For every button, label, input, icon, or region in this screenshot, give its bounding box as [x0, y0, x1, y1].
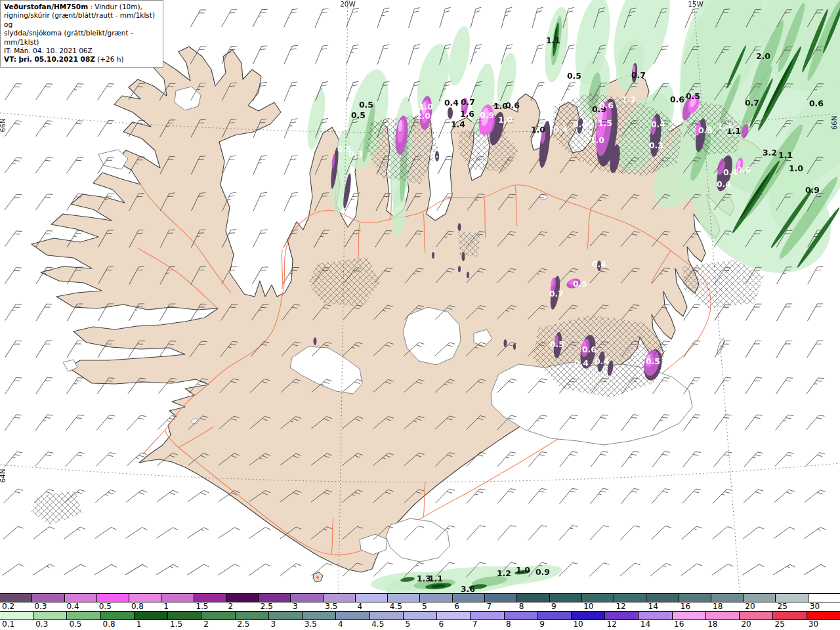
precip-max-label: 0.6: [582, 345, 597, 354]
scale-segment: [168, 612, 201, 620]
scale-segment: [67, 612, 100, 620]
precip-max-label: 0.3: [649, 140, 663, 150]
scale-segment: [101, 612, 135, 620]
scale-tick-label: 1.5: [170, 620, 182, 629]
scale-tick-label: 5: [422, 602, 427, 611]
precip-max-label: 3.2: [763, 148, 777, 158]
precip-max-label: 0.5: [698, 125, 713, 135]
scale-segment: [679, 594, 711, 602]
precip-max-label: 0.9: [805, 185, 820, 195]
scale-segment: [706, 612, 740, 620]
scale-tick-label: 18: [707, 620, 717, 629]
scale-segment: [324, 594, 356, 602]
init-time: IT: Mán. 04. 10. 2021 06Z: [4, 47, 160, 55]
precip-max-label: 0.6: [670, 94, 684, 104]
precip-max-label: 1.0: [419, 102, 433, 112]
scale-tick-label: 16: [674, 620, 684, 629]
precip-max-label: 0.7: [549, 289, 564, 299]
snow-scale-labels: 0.20.30.40.50.811.522.533.544.5567891012…: [0, 602, 840, 611]
scale-segment: [65, 594, 97, 602]
scale-segment: [744, 594, 776, 602]
scale-segment: [673, 612, 706, 620]
precip-max-label: 0.5: [351, 110, 366, 120]
graticule-label: 20W: [340, 0, 356, 8]
precip-max-label: 0.7: [461, 97, 475, 107]
scale-segment: [639, 612, 672, 620]
precip-max-label: 0.4: [717, 179, 731, 189]
iceland-weather-map: 1.10.50.72.00.50.50.70.41.00.60.90.61.61…: [0, 0, 840, 630]
scale-segment: [807, 612, 840, 620]
precip-scales: 0.20.30.40.50.811.522.533.544.5567891012…: [0, 593, 840, 630]
scale-tick-label: 14: [648, 602, 658, 611]
scale-segment: [605, 612, 639, 620]
graticule-label: 15W: [688, 0, 704, 8]
precip-max-label: 1.1: [778, 150, 793, 160]
scale-tick-label: 1.5: [196, 602, 208, 611]
scale-segment: [582, 594, 614, 602]
scale-segment: [161, 594, 194, 602]
title-line-3: slydda/snjókoma (grátt/bleikt/grænt - mm…: [4, 29, 160, 47]
scale-tick-label: 0.2: [2, 602, 14, 611]
scale-tick-label: 0.5: [99, 602, 112, 611]
title-line-1: Veðurstofan/HM750m : Vindur (10m),: [4, 3, 160, 11]
scale-segment: [453, 594, 485, 602]
precip-max-label: 0.6: [599, 100, 614, 110]
scale-segment: [773, 612, 807, 620]
weather-map-stage: 1.10.50.72.00.50.50.70.41.00.60.90.61.61…: [0, 0, 840, 630]
precip-max-label: 0.5: [646, 356, 660, 366]
scale-segment: [236, 612, 269, 620]
precip-max-label: 1.0: [590, 135, 604, 145]
precip-max-label: 1.0: [789, 163, 803, 173]
scale-tick-label: 25: [778, 602, 788, 611]
precip-max-label: 1.3: [717, 121, 732, 131]
scale-tick-label: 3: [271, 620, 276, 629]
scale-tick-label: 3: [293, 602, 298, 611]
scale-tick-label: 0.3: [35, 620, 48, 629]
snow-scale-bar: [0, 593, 840, 602]
title-line-2: rigning/skúrir (grænt/blátt/rautt - mm/1…: [4, 11, 160, 29]
shower-cell: [458, 223, 461, 231]
scale-tick-label: 0.4: [66, 602, 79, 611]
scale-tick-label: 9: [551, 602, 556, 611]
model-name: Veðurstofan/HM750m: [4, 3, 88, 10]
scale-tick-label: 3.5: [304, 620, 317, 629]
scale-segment: [356, 594, 388, 602]
scale-segment: [550, 594, 582, 602]
scale-tick-label: 9: [539, 620, 545, 629]
precip-max-label: 0.9: [480, 110, 494, 120]
scale-tick-label: 4: [358, 602, 363, 611]
scale-segment: [404, 612, 437, 620]
scale-segment: [135, 612, 168, 620]
precip-max-label: 2.0: [756, 51, 770, 61]
scale-tick-label: 0.5: [69, 620, 81, 629]
valid-time: VT: þri. 05.10.2021 08Z (+26 h): [4, 55, 160, 64]
scale-tick-label: 0.3: [34, 602, 47, 611]
scale-tick-label: 0.8: [103, 620, 116, 629]
scale-segment: [808, 594, 840, 602]
scale-segment: [505, 612, 538, 620]
scale-segment: [517, 594, 549, 602]
scale-segment: [370, 612, 404, 620]
precip-max-label: 0.5: [550, 339, 564, 349]
scale-segment: [0, 594, 32, 602]
precip-max-label: 1.5: [598, 118, 612, 128]
scale-segment: [269, 612, 303, 620]
graticule-label: 64N: [0, 469, 7, 482]
scale-tick-label: 0.8: [131, 602, 144, 611]
shower-cell: [462, 252, 465, 261]
scale-segment: [194, 594, 226, 602]
vestmannaeyjar-town-dot: [316, 576, 319, 579]
scale-segment: [572, 612, 605, 620]
shower-cell: [432, 252, 434, 259]
scale-segment: [388, 594, 420, 602]
precip-max-label: 0.6: [809, 98, 824, 108]
precip-max-label: 1.0: [516, 565, 530, 575]
shower-cell: [513, 343, 516, 350]
precip-max-label: 1.0: [498, 115, 513, 125]
scale-tick-label: 4: [338, 620, 343, 629]
scale-tick-label: 30: [810, 602, 820, 611]
precip-max-label: 2.0: [416, 111, 430, 121]
scale-segment: [336, 612, 369, 620]
shower-cell: [458, 266, 461, 272]
scale-tick-label: 30: [808, 620, 818, 629]
